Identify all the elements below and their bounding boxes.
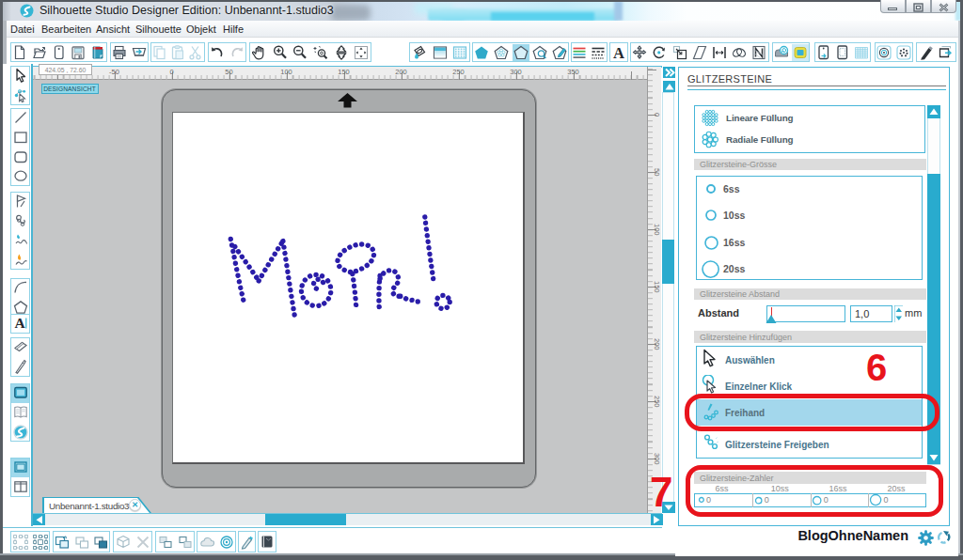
svg-text:A: A bbox=[613, 44, 624, 61]
svg-text:A: A bbox=[14, 315, 25, 331]
